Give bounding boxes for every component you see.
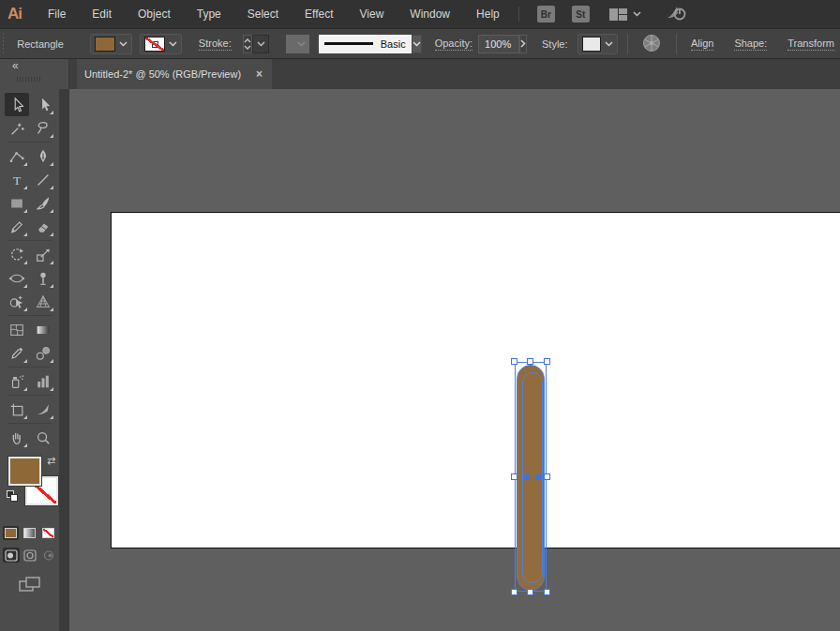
document-tab-title: Untitled-2* @ 50% (RGB/Preview) xyxy=(84,68,254,80)
handle-mid-left[interactable] xyxy=(511,473,518,480)
pen-tool[interactable] xyxy=(31,144,55,168)
chevron-down-icon xyxy=(169,41,177,47)
rectangle-tool[interactable] xyxy=(5,191,29,215)
stock-button[interactable]: St xyxy=(572,6,590,23)
type-tool[interactable]: T xyxy=(5,168,29,191)
handle-bottom-right[interactable] xyxy=(544,589,550,595)
direct-selection-tool[interactable] xyxy=(31,93,55,116)
selection-tool[interactable] xyxy=(5,93,29,116)
artboard[interactable] xyxy=(111,212,840,548)
stroke-weight-combo[interactable] xyxy=(252,35,270,53)
opacity-link[interactable]: Opacity: xyxy=(435,38,472,51)
scale-tool[interactable] xyxy=(31,243,55,266)
eraser-icon xyxy=(35,218,52,235)
eyedropper-tool[interactable] xyxy=(5,341,29,365)
mesh-tool[interactable] xyxy=(5,318,29,341)
gradient-tool[interactable] xyxy=(31,318,55,341)
stroke-weight-stepper[interactable] xyxy=(243,35,252,53)
fill-proxy-swatch[interactable] xyxy=(8,457,41,486)
gradient-button[interactable] xyxy=(22,526,38,540)
symbol-sprayer-tool[interactable] xyxy=(5,369,29,393)
handle-top-right[interactable] xyxy=(544,358,550,365)
style-dropdown[interactable] xyxy=(578,34,618,54)
color-chip-icon xyxy=(5,528,17,538)
menu-help[interactable]: Help xyxy=(463,0,513,28)
menu-view[interactable]: View xyxy=(347,0,398,28)
bridge-button[interactable]: Br xyxy=(537,6,555,23)
menu-file[interactable]: File xyxy=(35,0,79,28)
artboard-tool[interactable] xyxy=(5,398,29,421)
puppet-warp-tool[interactable] xyxy=(31,266,55,290)
brush-definition-combo[interactable]: Basic xyxy=(319,35,412,53)
tools-panel: T xyxy=(0,89,59,631)
style-label: Style: xyxy=(542,38,568,50)
stepper-down-icon xyxy=(244,45,251,50)
toolbar-divider xyxy=(8,142,52,143)
handle-bottom-center[interactable] xyxy=(527,589,533,595)
draw-behind-button[interactable] xyxy=(22,548,38,563)
column-graph-tool[interactable] xyxy=(31,369,55,393)
paintbrush-tool[interactable] xyxy=(31,191,55,215)
shape-builder-tool[interactable] xyxy=(5,290,29,313)
scale-icon xyxy=(35,247,52,263)
gradient-chip-icon xyxy=(23,528,36,538)
slice-tool[interactable] xyxy=(31,398,55,421)
change-screen-mode-button[interactable] xyxy=(0,576,59,594)
swap-fill-stroke-icon[interactable]: ⇄ xyxy=(47,455,55,467)
symbol-sprayer-icon xyxy=(8,373,25,390)
line-segment-tool[interactable] xyxy=(31,168,55,191)
align-panel-link[interactable]: Align xyxy=(691,38,713,51)
handle-bottom-left[interactable] xyxy=(511,589,518,595)
menu-bar: Ai File Edit Object Type Select Effect V… xyxy=(0,0,840,28)
width-tool[interactable] xyxy=(5,266,29,290)
menu-type[interactable]: Type xyxy=(184,0,234,28)
center-anchor-point[interactable] xyxy=(535,474,541,480)
selected-shape-group[interactable] xyxy=(515,362,547,592)
tab-close-icon[interactable]: × xyxy=(254,68,264,81)
color-button[interactable] xyxy=(3,526,19,540)
menu-window[interactable]: Window xyxy=(397,0,463,28)
curvature-tool[interactable] xyxy=(5,144,29,168)
opacity-field[interactable]: 100% xyxy=(478,35,519,53)
document-tab[interactable]: Untitled-2* @ 50% (RGB/Preview) × xyxy=(77,59,272,89)
eraser-tool[interactable] xyxy=(31,215,55,238)
toolbar-divider xyxy=(8,240,52,241)
magic-wand-tool[interactable] xyxy=(5,116,29,140)
draw-inside-icon xyxy=(42,549,55,562)
zoom-tool[interactable] xyxy=(31,426,55,449)
collapse-panel-button[interactable]: « xyxy=(12,59,18,72)
recolor-artwork-icon[interactable] xyxy=(642,34,661,54)
none-button[interactable] xyxy=(40,526,56,540)
drawing-mode-buttons xyxy=(0,548,59,563)
line-segment-icon xyxy=(35,172,52,188)
handle-top-center[interactable] xyxy=(527,358,533,365)
draw-inside-button[interactable] xyxy=(40,548,57,563)
blend-tool[interactable] xyxy=(31,341,55,365)
menu-select[interactable]: Select xyxy=(234,0,292,28)
canvas-pasteboard[interactable] xyxy=(69,89,840,631)
rotate-tool[interactable] xyxy=(5,243,29,266)
brush-definition-chevron[interactable] xyxy=(412,35,422,53)
menu-effect[interactable]: Effect xyxy=(292,0,346,28)
opacity-presets-arrow[interactable] xyxy=(519,35,527,53)
workspace-switcher[interactable] xyxy=(609,8,641,21)
gpu-performance-icon[interactable] xyxy=(666,5,686,24)
draw-normal-button[interactable] xyxy=(3,548,20,563)
fill-color-dropdown[interactable] xyxy=(90,34,132,54)
shape-panel-link[interactable]: Shape: xyxy=(734,38,767,51)
controlbar-grip[interactable] xyxy=(3,33,4,55)
panel-grip-dots[interactable] xyxy=(17,77,41,82)
stroke-color-dropdown[interactable] xyxy=(140,34,182,54)
default-fill-stroke-icon[interactable] xyxy=(7,490,18,502)
hand-tool[interactable] xyxy=(5,426,29,449)
transform-panel-link[interactable]: Transform xyxy=(788,38,834,51)
center-anchor-point[interactable] xyxy=(524,474,530,480)
menu-object[interactable]: Object xyxy=(125,0,184,28)
handle-top-left[interactable] xyxy=(511,358,518,365)
menu-edit[interactable]: Edit xyxy=(79,0,125,28)
perspective-grid-tool[interactable] xyxy=(31,290,55,313)
stroke-panel-link[interactable]: Stroke: xyxy=(199,38,232,51)
pencil-tool[interactable] xyxy=(5,215,29,238)
handle-mid-right[interactable] xyxy=(544,473,550,480)
lasso-tool[interactable] xyxy=(31,116,55,140)
